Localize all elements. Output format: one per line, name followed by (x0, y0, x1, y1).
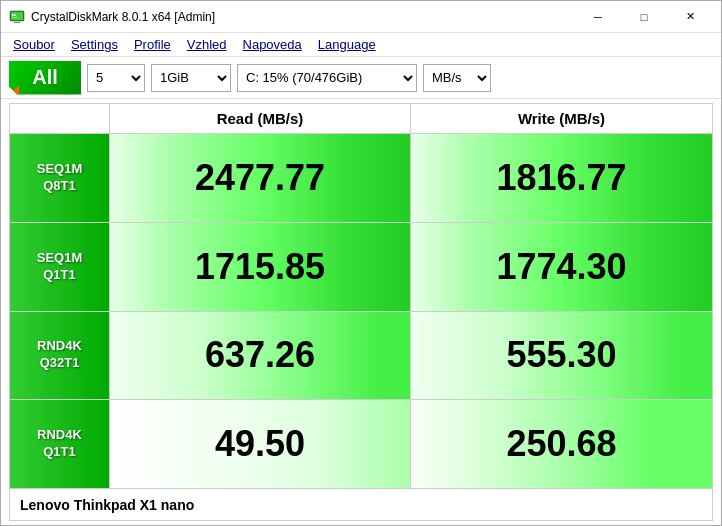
table-rows: SEQ1M Q8T1 2477.77 1816.77 SEQ1M Q1T1 17… (10, 133, 712, 488)
menu-item-vzhled[interactable]: Vzhled (179, 35, 235, 54)
read-column-header: Read (MB/s) (110, 104, 411, 133)
row-read-rnd4k-q32t1: 637.26 (110, 312, 411, 400)
menu-item-settings[interactable]: Settings (63, 35, 126, 54)
title-bar-controls: ─ □ ✕ (575, 1, 713, 33)
menu-item-soubor[interactable]: Soubor (5, 35, 63, 54)
content-area: Read (MB/s) Write (MB/s) SEQ1M Q8T1 2477… (1, 99, 721, 525)
row-label-seq1m-q8t1: SEQ1M Q8T1 (10, 134, 110, 222)
row-read-seq1m-q1t1: 1715.85 (110, 223, 411, 311)
svg-rect-3 (12, 17, 14, 18)
svg-rect-4 (15, 17, 17, 18)
menu-bar: Soubor Settings Profile Vzhled Napoveda … (1, 33, 721, 57)
main-window: CrystalDiskMark 8.0.1 x64 [Admin] ─ □ ✕ … (0, 0, 722, 526)
row-write-seq1m-q1t1: 1774.30 (411, 223, 712, 311)
toolbar: All 5 1GiB C: 15% (70/476GiB) MB/s (1, 57, 721, 99)
row-write-rnd4k-q32t1: 555.30 (411, 312, 712, 400)
menu-item-napoveda[interactable]: Napoveda (235, 35, 310, 54)
table-row: RND4K Q1T1 49.50 250.68 (10, 399, 712, 488)
table-row: RND4K Q32T1 637.26 555.30 (10, 311, 712, 400)
label-column-header (10, 104, 110, 133)
svg-rect-2 (12, 14, 16, 16)
menu-item-language[interactable]: Language (310, 35, 384, 54)
drive-select[interactable]: C: 15% (70/476GiB) (237, 64, 417, 92)
size-select[interactable]: 1GiB (151, 64, 231, 92)
table-row: SEQ1M Q8T1 2477.77 1816.77 (10, 133, 712, 222)
device-info-bar: Lenovo Thinkpad X1 nano (9, 489, 713, 521)
menu-item-profile[interactable]: Profile (126, 35, 179, 54)
minimize-button[interactable]: ─ (575, 1, 621, 33)
title-bar: CrystalDiskMark 8.0.1 x64 [Admin] ─ □ ✕ (1, 1, 721, 33)
table-row: SEQ1M Q1T1 1715.85 1774.30 (10, 222, 712, 311)
title-bar-text: CrystalDiskMark 8.0.1 x64 [Admin] (31, 10, 575, 24)
app-icon (9, 9, 25, 25)
row-label-rnd4k-q32t1: RND4K Q32T1 (10, 312, 110, 400)
row-label-rnd4k-q1t1: RND4K Q1T1 (10, 400, 110, 488)
svg-rect-5 (14, 22, 20, 23)
row-label-seq1m-q1t1: SEQ1M Q1T1 (10, 223, 110, 311)
row-read-rnd4k-q1t1: 49.50 (110, 400, 411, 488)
table-header: Read (MB/s) Write (MB/s) (10, 104, 712, 133)
runs-select[interactable]: 5 (87, 64, 145, 92)
row-write-seq1m-q8t1: 1816.77 (411, 134, 712, 222)
benchmark-table: Read (MB/s) Write (MB/s) SEQ1M Q8T1 2477… (9, 103, 713, 489)
row-write-rnd4k-q1t1: 250.68 (411, 400, 712, 488)
device-name: Lenovo Thinkpad X1 nano (20, 497, 194, 513)
close-button[interactable]: ✕ (667, 1, 713, 33)
all-button[interactable]: All (9, 61, 81, 95)
maximize-button[interactable]: □ (621, 1, 667, 33)
write-column-header: Write (MB/s) (411, 104, 712, 133)
row-read-seq1m-q8t1: 2477.77 (110, 134, 411, 222)
unit-select[interactable]: MB/s (423, 64, 491, 92)
